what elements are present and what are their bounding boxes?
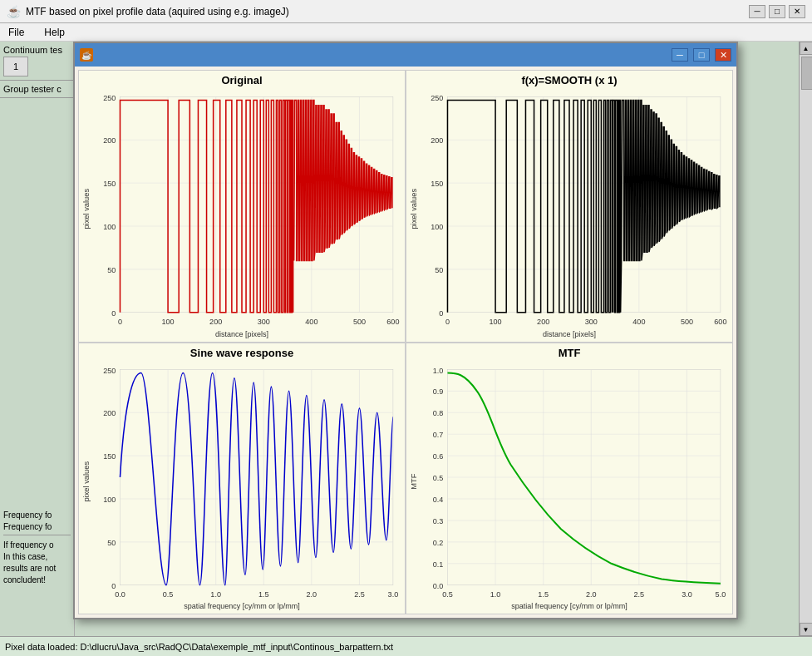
svg-text:250: 250	[103, 366, 116, 374]
bottom-info: Frequency fo Frequency fo If frequency o…	[0, 506, 74, 589]
title-bar: ☕ MTF based on pixel profile data (aquir…	[0, 0, 812, 23]
svg-text:600: 600	[714, 318, 726, 326]
svg-text:500: 500	[353, 318, 366, 326]
freq-line4: In this case, results are not concludent…	[3, 551, 71, 586]
svg-text:0.5: 0.5	[433, 474, 444, 482]
svg-text:pixel values: pixel values	[82, 188, 91, 229]
scroll-up-btn[interactable]: ▲	[800, 42, 813, 55]
svg-text:2.5: 2.5	[354, 590, 365, 599]
svg-text:400: 400	[305, 318, 317, 326]
svg-text:0.0: 0.0	[115, 590, 125, 599]
status-bar: Pixel data loaded: D:\dlucru\Java_src\Ra…	[0, 636, 812, 656]
svg-text:0.8: 0.8	[433, 409, 444, 417]
svg-text:100: 100	[161, 318, 174, 326]
close-button[interactable]: ✕	[789, 5, 805, 18]
svg-text:250: 250	[431, 93, 443, 101]
svg-text:0: 0	[445, 318, 450, 326]
svg-text:0.2: 0.2	[433, 538, 444, 546]
svg-rect-48	[120, 369, 392, 584]
svg-text:0.9: 0.9	[433, 387, 444, 396]
dialog-close[interactable]: ✕	[715, 48, 731, 62]
smooth-title: f(x)=SMOOTH (x 1)	[521, 74, 617, 86]
svg-text:300: 300	[585, 318, 598, 326]
svg-text:0.5: 0.5	[163, 590, 174, 599]
dialog-minimize[interactable]: ─	[672, 48, 688, 62]
svg-text:0: 0	[439, 309, 443, 318]
right-scrollbar[interactable]: ▲ ▼	[799, 42, 812, 636]
svg-text:50: 50	[107, 266, 116, 274]
menu-bar: File Help	[0, 23, 812, 42]
scroll-track	[800, 56, 812, 622]
minimize-button[interactable]: ─	[749, 5, 765, 18]
dialog-icon: ☕	[80, 48, 93, 62]
svg-text:250: 250	[103, 93, 116, 101]
svg-text:pixel values: pixel values	[82, 461, 91, 501]
group-tester-label: Group tester c	[3, 84, 71, 94]
main-area: Continuum tes 1 Group tester c Frequency…	[0, 42, 812, 656]
svg-text:0.3: 0.3	[433, 516, 444, 525]
original-plot: Original 250	[78, 70, 406, 343]
svg-text:50: 50	[435, 266, 443, 274]
svg-text:600: 600	[386, 318, 399, 326]
svg-text:300: 300	[258, 318, 270, 326]
svg-text:200: 200	[103, 409, 116, 417]
svg-text:2.0: 2.0	[586, 590, 597, 599]
window-controls: ─ □ ✕	[749, 5, 805, 18]
svg-text:0: 0	[111, 581, 116, 589]
dialog-maximize[interactable]: □	[693, 48, 710, 62]
svg-text:500: 500	[681, 318, 693, 326]
sine-plot: Sine wave response 250 200 150	[78, 343, 406, 615]
svg-text:400: 400	[632, 318, 645, 326]
scroll-thumb[interactable]	[801, 57, 813, 90]
plots-grid: Original 250	[75, 67, 736, 618]
smooth-x-label: distance [pixels]	[543, 330, 596, 338]
mtf-svg: 1.0 0.9 0.8 0.7 0.6 0.5 0.4 0.3 0.2 0.1 …	[410, 361, 729, 603]
sine-title: Sine wave response	[190, 347, 293, 359]
mtf-x-label: spatial frequency [cy/mm or lp/mm]	[511, 602, 627, 610]
freq-line3: If frequency o	[3, 540, 71, 551]
maximize-button[interactable]: □	[769, 5, 785, 18]
svg-text:2.0: 2.0	[307, 590, 317, 599]
group-tester-section: Group tester c	[0, 81, 74, 98]
menu-help[interactable]: Help	[39, 25, 70, 40]
freq-line2: Frequency fo	[3, 521, 71, 533]
svg-text:0.4: 0.4	[433, 496, 444, 504]
svg-text:3.0: 3.0	[682, 590, 692, 599]
svg-text:150: 150	[431, 180, 443, 188]
svg-text:200: 200	[209, 318, 222, 326]
svg-text:0.0: 0.0	[433, 581, 444, 589]
svg-text:100: 100	[489, 318, 501, 326]
test-button[interactable]: 1	[3, 57, 28, 76]
app-icon: ☕	[7, 5, 21, 18]
svg-text:200: 200	[103, 136, 116, 145]
status-text: Pixel data loaded: D:\dlucru\Java_src\Ra…	[5, 642, 393, 652]
smooth-svg: 250 200 150 100 50 0 0 100 200 300 400 5…	[410, 88, 729, 330]
svg-text:2.5: 2.5	[634, 590, 645, 599]
svg-text:100: 100	[431, 223, 443, 231]
sine-svg: 250 200 150 100 50 0 0.0 0.5 1.0 1.5 2.0…	[82, 361, 401, 603]
svg-text:3.0: 3.0	[388, 590, 399, 599]
svg-text:0: 0	[111, 309, 116, 318]
svg-text:100: 100	[103, 496, 116, 504]
continuum-label: Continuum tes	[3, 45, 71, 55]
svg-text:200: 200	[537, 318, 549, 326]
svg-text:1.5: 1.5	[258, 590, 269, 599]
scroll-down-btn[interactable]: ▼	[800, 623, 813, 636]
svg-text:0: 0	[118, 318, 122, 326]
svg-text:0.5: 0.5	[442, 590, 453, 599]
svg-text:150: 150	[103, 452, 116, 461]
mtf-title: MTF	[559, 347, 581, 359]
svg-text:1.0: 1.0	[433, 366, 444, 374]
svg-text:MTF: MTF	[410, 473, 418, 490]
freq-line1: Frequency fo	[3, 510, 71, 521]
left-sidebar: Continuum tes 1 Group tester c Frequency…	[0, 42, 75, 656]
svg-text:200: 200	[431, 136, 443, 145]
svg-text:1.0: 1.0	[490, 590, 501, 599]
svg-text:100: 100	[103, 223, 116, 231]
smooth-plot: f(x)=SMOOTH (x 1) 250 200 150	[406, 70, 733, 343]
menu-file[interactable]: File	[3, 25, 29, 40]
svg-text:50: 50	[107, 538, 116, 546]
app-title: MTF based on pixel profile data (aquired…	[26, 6, 744, 17]
dialog-titlebar: ☕ ─ □ ✕	[75, 43, 736, 67]
svg-text:5.0: 5.0	[716, 590, 726, 599]
